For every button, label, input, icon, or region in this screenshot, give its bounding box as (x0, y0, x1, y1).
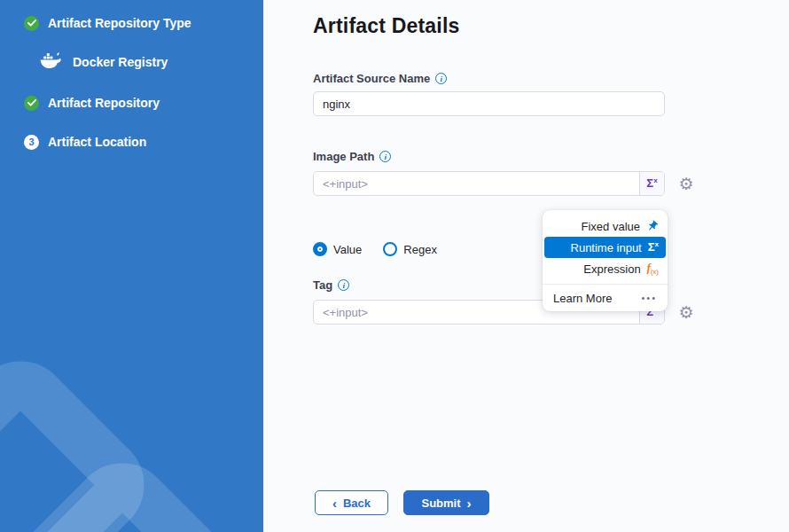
menu-item-runtime-input[interactable]: Runtime input Σx (544, 237, 666, 258)
radio-label: Value (333, 243, 362, 256)
page-title: Artifact Details (313, 14, 460, 38)
sidebar-step-artifact-repository-type[interactable]: Artifact Repository Type (0, 14, 191, 32)
sidebar-subitem-docker-registry[interactable]: Docker Registry (0, 53, 168, 71)
menu-item-label: Runtime input (571, 241, 642, 254)
step-label: Artifact Repository (48, 96, 160, 110)
docker-whale-icon (39, 52, 62, 72)
radio-option-value[interactable]: Value (313, 242, 362, 256)
back-button-label: Back (343, 497, 371, 510)
main-content: Artifact Details Artifact Source Name i … (263, 0, 789, 532)
sidebar-step-artifact-repository[interactable]: Artifact Repository (0, 94, 160, 112)
learn-more-link[interactable]: Learn More (553, 292, 612, 305)
back-button[interactable]: ‹ Back (315, 490, 388, 515)
image-path-label: Image Path i (313, 150, 391, 163)
multitype-sigma-button[interactable]: Σx (639, 172, 664, 195)
label-text: Image Path (313, 150, 374, 163)
more-options-icon[interactable]: ••• (641, 293, 657, 303)
fx-icon: f(x) (647, 262, 659, 276)
radio-selected-icon[interactable] (313, 242, 327, 256)
menu-item-label: Expression (583, 262, 640, 276)
sigma-icon: Σx (648, 240, 659, 254)
artifact-source-name-input-wrap (313, 91, 665, 116)
submit-button[interactable]: Submit › (403, 490, 489, 515)
step-number-badge: 3 (24, 135, 39, 150)
image-path-input-wrap: Σx (313, 171, 665, 196)
pin-icon (644, 217, 661, 235)
gear-icon[interactable]: ⚙ (676, 174, 696, 193)
submit-button-label: Submit (421, 497, 460, 510)
sidebar-step-artifact-location[interactable]: 3 Artifact Location (0, 133, 146, 151)
multitype-dropdown-menu: Fixed value Runtime input Σx Expression … (543, 210, 668, 311)
wizard-sidebar: Artifact Repository Type Docker Registry… (0, 0, 263, 532)
step-label: Docker Registry (73, 55, 168, 69)
radio-unselected-icon[interactable] (383, 242, 397, 256)
check-icon (24, 96, 39, 111)
chevron-right-icon: › (467, 497, 472, 510)
info-icon[interactable]: i (379, 151, 391, 162)
menu-item-fixed-value[interactable]: Fixed value (543, 215, 668, 237)
chevron-left-icon: ‹ (332, 497, 337, 510)
check-icon (24, 16, 39, 31)
artifact-source-name-label: Artifact Source Name i (313, 72, 447, 85)
label-text: Artifact Source Name (313, 72, 430, 85)
artifact-source-name-input[interactable] (314, 92, 664, 115)
info-icon[interactable]: i (338, 279, 349, 291)
menu-item-label: Fixed value (582, 220, 640, 233)
menu-item-expression[interactable]: Expression f(x) (543, 258, 668, 279)
menu-footer: Learn More ••• (543, 285, 668, 311)
step-label: Artifact Repository Type (48, 16, 191, 30)
gear-icon[interactable]: ⚙ (676, 302, 696, 322)
info-icon[interactable]: i (435, 73, 447, 84)
tag-type-radio-group: Value Regex (313, 242, 437, 256)
label-text: Tag (313, 278, 332, 292)
image-path-input[interactable] (314, 172, 664, 195)
step-label: Artifact Location (48, 135, 146, 149)
radio-option-regex[interactable]: Regex (383, 242, 437, 256)
radio-label: Regex (403, 243, 437, 256)
tag-label: Tag i (313, 278, 349, 292)
